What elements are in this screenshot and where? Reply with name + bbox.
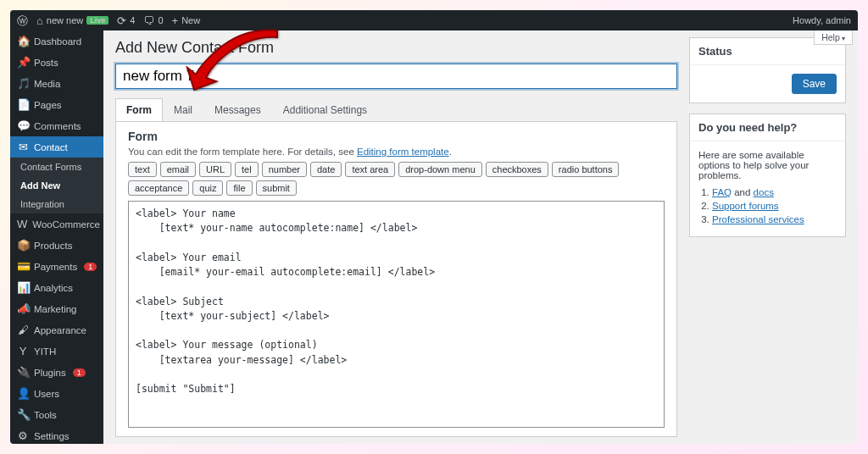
help-text: and	[732, 187, 754, 197]
sidebar-item-users[interactable]: 👤Users	[10, 383, 103, 404]
comments-link[interactable]: 🗨0	[143, 15, 163, 26]
tag-button-file[interactable]: file	[226, 180, 252, 196]
sidebar-item-settings[interactable]: ⚙Settings	[10, 425, 103, 444]
sidebar-submenu-contact: Contact Forms Add New Integration	[10, 158, 103, 213]
sidebar-item-label: Pages	[34, 100, 62, 110]
sidebar-item-label: Media	[34, 79, 60, 89]
howdy-text: Howdy, admin	[793, 15, 851, 25]
tag-button-drop-down-menu[interactable]: drop-down menu	[398, 162, 482, 177]
tag-button-radio-buttons[interactable]: radio buttons	[552, 162, 620, 177]
help-tab[interactable]: Help	[814, 30, 853, 45]
sidebar-item-label: Marketing	[34, 304, 77, 314]
tag-button-acceptance[interactable]: acceptance	[128, 180, 189, 196]
faq-link[interactable]: FAQ	[712, 187, 732, 197]
help-list-item: FAQ and docs	[712, 187, 837, 197]
sidebar-item-label: Analytics	[34, 283, 73, 293]
sidebar-item-posts[interactable]: 📌Posts	[10, 52, 103, 73]
help-list-item: Professional services	[712, 214, 837, 224]
plus-icon: +	[172, 15, 179, 26]
sidebar-item-tools[interactable]: 🔧Tools	[10, 404, 103, 425]
help-box-title: Do you need help?	[690, 114, 845, 141]
sidebar-item-label: Add New	[20, 180, 60, 191]
marketing-icon: 📣	[17, 302, 29, 315]
users-icon: 👤	[17, 387, 29, 400]
sidebar-item-label: Payments	[34, 262, 77, 272]
status-box: Status Save	[689, 37, 846, 103]
updates-count: 4	[130, 15, 135, 25]
sidebar-item-products[interactable]: 📦Products	[10, 235, 103, 256]
support-forums-link[interactable]: Support forums	[712, 201, 779, 211]
docs-link[interactable]: docs	[754, 187, 774, 197]
sidebar-item-label: WooCommerce	[32, 219, 100, 230]
sidebar-item-pages[interactable]: 📄Pages	[10, 94, 103, 115]
site-link[interactable]: ⌂new new Live	[36, 15, 108, 26]
tag-button-quiz[interactable]: quiz	[192, 180, 223, 196]
professional-services-link[interactable]: Professional services	[712, 214, 804, 224]
form-title-input[interactable]	[115, 64, 677, 89]
updates-link[interactable]: ⟳4	[117, 15, 135, 26]
pages-icon: 📄	[17, 98, 29, 111]
pin-icon: 📌	[17, 56, 29, 69]
sidebar-sub-add-new[interactable]: Add New	[10, 176, 103, 195]
comment-icon: 🗨	[143, 15, 154, 26]
new-label: New	[181, 15, 200, 25]
woocommerce-icon: W	[17, 218, 27, 230]
form-template-textarea[interactable]	[128, 201, 665, 428]
sidebar-sub-integration[interactable]: Integration	[10, 195, 103, 213]
tab-additional-settings[interactable]: Additional Settings	[272, 98, 378, 121]
sidebar-item-payments[interactable]: 💳Payments1	[10, 256, 103, 277]
sidebar-sub-contact-forms[interactable]: Contact Forms	[10, 158, 103, 176]
sidebar-item-label: Contact	[34, 142, 68, 152]
howdy-link[interactable]: Howdy, admin	[793, 15, 851, 25]
tag-button-number[interactable]: number	[262, 162, 307, 177]
tag-button-checkboxes[interactable]: checkboxes	[486, 162, 548, 177]
tag-button-text[interactable]: text	[128, 162, 157, 177]
new-link[interactable]: +New	[172, 15, 201, 26]
tag-button-text-area[interactable]: text area	[345, 162, 395, 177]
tag-button-tel[interactable]: tel	[235, 162, 259, 177]
admin-sidebar: 🏠Dashboard 📌Posts 🎵Media 📄Pages 💬Comment…	[10, 30, 103, 444]
tag-button-submit[interactable]: submit	[256, 180, 297, 196]
sidebar-item-yith[interactable]: YYITH	[10, 340, 103, 362]
sidebar-item-analytics[interactable]: 📊Analytics	[10, 277, 103, 298]
tag-button-date[interactable]: date	[310, 162, 342, 177]
sidebar-item-dashboard[interactable]: 🏠Dashboard	[10, 30, 103, 52]
page-title: Add New Contact Form	[115, 39, 677, 57]
wordpress-icon[interactable]: ⓦ	[17, 15, 28, 26]
sidebar-item-label: Products	[34, 241, 72, 251]
sidebar-item-comments[interactable]: 💬Comments	[10, 115, 103, 136]
sidebar-item-label: Settings	[34, 431, 70, 441]
mail-icon: ✉	[17, 141, 29, 153]
help-intro-text: Here are some available options to help …	[698, 150, 837, 180]
editing-template-link[interactable]: Editing form template	[357, 147, 449, 157]
tab-messages[interactable]: Messages	[203, 98, 272, 121]
site-name: new new	[47, 15, 83, 25]
form-panel: Form You can edit the form template here…	[115, 121, 677, 437]
sidebar-item-marketing[interactable]: 📣Marketing	[10, 298, 103, 319]
tabs: Form Mail Messages Additional Settings	[115, 98, 677, 122]
yith-icon: Y	[17, 345, 29, 357]
tab-mail[interactable]: Mail	[163, 98, 203, 121]
media-icon: 🎵	[17, 77, 29, 90]
tools-icon: 🔧	[17, 408, 29, 421]
sidebar-item-contact[interactable]: ✉Contact	[10, 136, 103, 158]
badge-count: 1	[84, 263, 97, 271]
sidebar-item-plugins[interactable]: 🔌Plugins1	[10, 362, 103, 383]
sidebar-item-label: Dashboard	[34, 36, 81, 47]
live-badge: Live	[86, 16, 108, 25]
save-button[interactable]: Save	[792, 74, 837, 94]
sidebar-item-media[interactable]: 🎵Media	[10, 73, 103, 94]
comments-icon: 💬	[17, 119, 29, 132]
tag-button-URL[interactable]: URL	[199, 162, 231, 177]
sidebar-item-label: Integration	[20, 199, 64, 209]
dashboard-icon: 🏠	[17, 35, 29, 47]
sidebar-item-appearance[interactable]: 🖌Appearance	[10, 319, 103, 340]
tag-generator-row: textemailURLtelnumberdatetext areadrop-d…	[128, 162, 665, 196]
sidebar-item-label: Plugins	[34, 368, 66, 378]
home-icon: ⌂	[36, 15, 43, 26]
settings-icon: ⚙	[17, 429, 29, 442]
desc-text: You can edit the form template here. For…	[128, 147, 357, 157]
sidebar-item-woocommerce[interactable]: WWooCommerce	[10, 213, 103, 235]
tab-form[interactable]: Form	[115, 98, 163, 121]
tag-button-email[interactable]: email	[160, 162, 196, 177]
